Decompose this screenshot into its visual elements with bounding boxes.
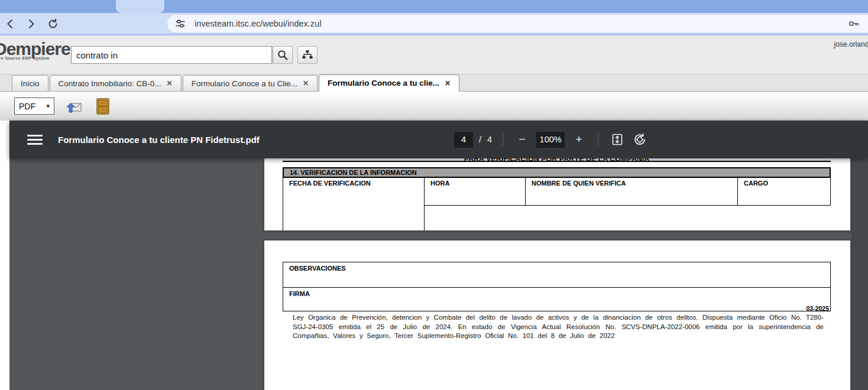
divider <box>598 133 598 146</box>
tab-label: Inicio <box>21 79 40 88</box>
refresh-button[interactable] <box>44 15 61 32</box>
form-version-code: 03-2025 <box>806 305 829 312</box>
fit-to-page-icon <box>611 133 624 146</box>
rotate-icon <box>633 132 647 147</box>
back-icon <box>5 19 15 29</box>
tab-label: Contrato Inmobiliario: CB-0... <box>59 79 161 88</box>
tab-label: Formulario Conoce a tu clie... <box>328 79 439 87</box>
pdf-document-title: Formulario Conoce a tu cliente PN Fidetr… <box>58 135 260 145</box>
tab-contrato-inmobiliario[interactable]: Contrato Inmobiliario: CB-0... ✕ <box>50 75 182 91</box>
column-header-hora: HORA <box>425 178 526 206</box>
chevron-down-icon: ▾ <box>46 102 50 110</box>
pdf-scrollbar[interactable] <box>851 158 868 390</box>
rotate-button[interactable] <box>631 131 648 148</box>
url-text[interactable]: investeam.itsc.ec/webui/index.zul <box>195 19 847 28</box>
pdf-menu-button[interactable] <box>27 132 43 147</box>
site-permissions-icon[interactable] <box>174 18 186 30</box>
tab-inicio[interactable]: Inicio <box>12 75 48 91</box>
tab-close-icon[interactable]: ✕ <box>167 79 173 87</box>
section-14-header: 14. VERIFICACION DE LA INFORMACION <box>283 167 831 178</box>
total-pages: 4 <box>487 135 492 144</box>
archive-button[interactable] <box>93 97 112 115</box>
firma-label: FIRMA <box>283 288 830 297</box>
search-icon <box>277 49 289 61</box>
forward-button[interactable] <box>22 15 40 32</box>
divider <box>503 133 503 146</box>
pdf-page-3-fragment: PARA VERIFICACION POR PARTE DE LA COMPAÑ… <box>264 158 850 230</box>
tab-close-icon[interactable]: ✕ <box>445 79 451 87</box>
browser-titlebar <box>0 0 868 13</box>
hamburger-icon <box>27 135 43 136</box>
column-header-nombre: NOMBRE DE QUIEN VERIFICA <box>526 178 738 206</box>
browser-toolbar: investeam.itsc.ec/webui/index.zul <box>0 13 868 34</box>
window-tab-bar: Inicio Contrato Inmobiliario: CB-0... ✕ … <box>0 74 868 92</box>
table-top-border <box>283 161 831 162</box>
firma-row: FIRMA 03-2025 <box>283 287 830 312</box>
fit-to-page-button[interactable] <box>609 131 626 148</box>
export-format-value: PDF <box>19 102 35 111</box>
report-toolbar: PDF ▾ <box>0 92 868 121</box>
send-mail-button[interactable] <box>64 97 83 115</box>
observaciones-label: OBSERVACIONES <box>283 262 830 272</box>
menu-lookup-button[interactable] <box>297 46 318 64</box>
export-format-select[interactable]: PDF ▾ <box>14 98 54 115</box>
url-bar[interactable]: investeam.itsc.ec/webui/index.zul <box>167 15 868 32</box>
tab-label: Formulario Conoce a tu Clie... <box>192 79 297 88</box>
pdf-toolbar: Formulario Conoce a tu cliente PN Fidetr… <box>9 121 868 158</box>
logo-text: Dempiere <box>0 40 71 58</box>
browser-tab[interactable] <box>116 0 164 13</box>
send-mail-icon <box>65 99 83 114</box>
global-search-input[interactable] <box>71 46 272 64</box>
logged-in-user[interactable]: jose.orlando <box>834 40 868 48</box>
archive-cabinet-icon <box>95 98 111 115</box>
page-separator: / <box>479 135 481 144</box>
password-key-icon[interactable] <box>847 17 861 31</box>
page-number-input[interactable] <box>454 132 473 148</box>
observaciones-box: OBSERVACIONES FIRMA 03-2025 <box>283 262 831 311</box>
zoom-in-button[interactable]: + <box>571 131 587 148</box>
idempiere-logo: Dempiere pen Source ERP System <box>0 40 71 60</box>
legal-disclaimer-text: Ley Organica de Prevención, detencion y … <box>293 313 824 341</box>
app-header: Dempiere pen Source ERP System jose.orla… <box>0 35 868 74</box>
pdf-page-4: OBSERVACIONES FIRMA 03-2025 Ley Organica… <box>264 240 850 390</box>
forward-icon <box>26 19 36 29</box>
search-button[interactable] <box>273 46 293 64</box>
pdf-viewer: Formulario Conoce a tu cliente PN Fidetr… <box>9 121 868 390</box>
zoom-level[interactable]: 100% <box>536 132 565 148</box>
sitemap-icon <box>302 49 313 61</box>
screen: investeam.itsc.ec/webui/index.zul Dempie… <box>0 0 868 390</box>
column-header-fecha: FECHA DE VERIFICACION <box>283 178 425 230</box>
tab-close-icon[interactable]: ✕ <box>303 79 309 87</box>
back-button[interactable] <box>1 15 19 32</box>
pdf-page-controls: / 4 − 100% + <box>454 121 648 158</box>
refresh-icon <box>47 18 59 30</box>
tab-formulario-conoce-1[interactable]: Formulario Conoce a tu Clie... ✕ <box>183 75 318 91</box>
zoom-out-button[interactable]: − <box>514 131 530 148</box>
tab-formulario-conoce-2[interactable]: Formulario Conoce a tu clie... ✕ <box>319 74 459 92</box>
column-header-cargo: CARGO <box>738 178 831 206</box>
pdf-canvas-area[interactable]: PARA VERIFICACION POR PARTE DE LA COMPAÑ… <box>9 158 868 390</box>
